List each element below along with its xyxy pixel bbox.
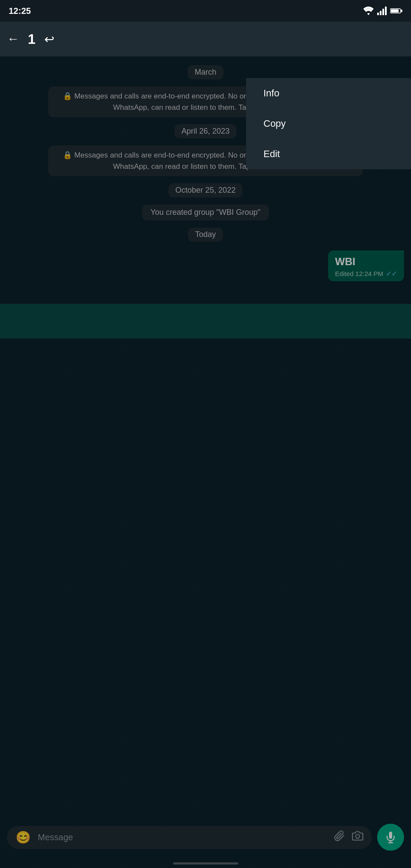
- svg-rect-5: [391, 10, 399, 13]
- context-menu: Info Copy Edit: [246, 78, 411, 169]
- svg-rect-2: [382, 9, 384, 15]
- wifi-icon: [363, 7, 374, 15]
- time-display: 12:25: [9, 6, 31, 16]
- chat-content: March 🔒 Messages and calls are end-to-en…: [0, 56, 411, 868]
- context-menu-info[interactable]: Info: [246, 78, 411, 108]
- svg-rect-6: [401, 10, 402, 12]
- svg-rect-0: [377, 13, 379, 15]
- context-menu-copy[interactable]: Copy: [246, 108, 411, 139]
- signal-icon: [377, 7, 387, 15]
- svg-rect-3: [385, 7, 387, 15]
- back-button[interactable]: ←: [7, 32, 19, 46]
- status-bar: 12:25: [0, 0, 411, 22]
- app-header: ← 1 ↩: [0, 22, 411, 56]
- svg-rect-1: [380, 11, 381, 15]
- context-menu-edit[interactable]: Edit: [246, 139, 411, 169]
- selected-count: 1: [28, 31, 36, 47]
- status-icons: [363, 7, 402, 15]
- reply-icon[interactable]: ↩: [44, 32, 54, 46]
- battery-icon: [390, 8, 402, 14]
- context-menu-overlay[interactable]: [0, 56, 411, 868]
